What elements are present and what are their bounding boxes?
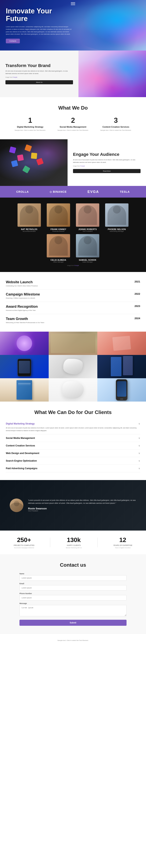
timeline-left-2: Campaign Milestone Reaching 1 Million Im… — [6, 292, 40, 299]
gallery-item-3 — [97, 332, 146, 355]
service-row-1: Digital Marketing Strategy ∨ At vero eos… — [6, 420, 140, 434]
book-line-2 — [18, 384, 30, 385]
art-piece-3 — [97, 378, 146, 402]
gallery-orb-1 — [17, 336, 32, 351]
stat-years: 12 YEARS OF EXPERTISE Years in Digital I… — [113, 536, 132, 549]
form-label-phone: Phone Number — [20, 592, 126, 594]
service-row-3: Content Creation Services ∨ — [6, 442, 140, 450]
what-we-do-section: What We Do 1 Digital Marketing Strategy … — [0, 97, 146, 139]
transform-graphic — [78, 51, 146, 97]
team-member-phoebe: PHOEBE NELSON Advertising Manager — [103, 204, 130, 232]
team-member-frank: FRANK KINNEY Financial Director — [45, 204, 72, 232]
team-section: NAT REYNOLDS Accountant/Auditor FRANK KI… — [0, 197, 146, 272]
service-row-header-5[interactable]: Search Engine Optimization ∨ — [6, 460, 140, 462]
service-desc-3: Sample text. Click to select the Text El… — [96, 129, 135, 131]
email-input[interactable] — [20, 585, 126, 591]
form-field-name: Name — [20, 573, 126, 581]
hero-section: Innovate Your Future Lorem ipsum dolor s… — [0, 0, 146, 51]
nat-photo — [18, 204, 41, 227]
service-card-3: 3 Content Creation Services Sample text.… — [96, 116, 135, 131]
cube-red — [36, 158, 44, 165]
services-expanded-title: What We Can Do for Our Clients — [6, 409, 140, 415]
service-number-1: 1 — [11, 116, 50, 125]
samuel-name: SAMUEL SCHIOK — [74, 259, 101, 261]
service-row-header-3[interactable]: Content Creation Services ∨ — [6, 444, 140, 447]
message-textarea[interactable] — [20, 605, 126, 616]
timeline-title-2: Campaign Milestone — [6, 292, 40, 297]
engage-body: At vero eos et accusam et justo duo dolo… — [73, 159, 141, 164]
samuel-face — [76, 234, 99, 257]
freepik-link[interactable]: Freepik — [13, 76, 17, 78]
gallery-item-4 — [0, 355, 49, 378]
contact-section: Contact us Name Email Phone Number Messa… — [0, 554, 146, 633]
service-number-2: 2 — [53, 116, 93, 125]
cube-pink — [17, 154, 24, 161]
timeline-year-2: 2022 — [135, 292, 140, 295]
testimonial-quote: "Lorem posuisti et accusam et justo duo … — [28, 499, 136, 505]
timeline-year-4: 2024 — [135, 317, 140, 320]
service-name-1: Digital Marketing Strategy — [11, 126, 50, 128]
samuel-role: Sales Manager — [74, 261, 101, 263]
gallery-section — [0, 332, 146, 378]
art-home-btn — [120, 399, 123, 399]
jennie-photo — [76, 204, 99, 227]
art-piece-2 — [49, 378, 97, 402]
service-row-header-4[interactable]: Web Design and Development ∨ — [6, 452, 140, 455]
chevron-down-icon-3: ∨ — [139, 444, 140, 447]
timeline-desc-4: Welcoming 10 New Talented Professionals … — [6, 322, 44, 323]
contact-form: Name Email Phone Number Message Submit — [20, 573, 126, 626]
service-row-header-1[interactable]: Digital Marketing Strategy ∨ — [6, 422, 140, 425]
freepik-link-3[interactable]: Freepik — [74, 265, 79, 266]
phoebe-photo — [105, 204, 128, 227]
hero-content: Innovate Your Future Lorem ipsum dolor s… — [0, 1, 78, 49]
jennie-face — [76, 204, 99, 227]
service-row-header-2[interactable]: Social Media Management ∨ — [6, 437, 140, 439]
hero-cta-button[interactable]: Contacts — [6, 39, 20, 43]
contact-title: Contact us — [20, 562, 126, 568]
service-row-4: Web Design and Development ∨ — [6, 450, 140, 457]
engage-cta-button[interactable]: Read More — [73, 169, 141, 173]
timeline-year-3: 2023 — [135, 305, 140, 308]
what-we-do-title: What We Do — [6, 105, 140, 111]
team-member-celia: CELIA ALMEDA Office Manager — [45, 234, 72, 263]
timeline-year-1: 2021 — [135, 280, 140, 283]
gallery-item-6 — [97, 355, 146, 378]
stat-sublabel-years: Years in Digital Innovation — [113, 547, 132, 549]
submit-button[interactable]: Submit — [20, 620, 126, 626]
team-member-nat: NAT REYNOLDS Accountant/Auditor — [16, 204, 43, 232]
chevron-down-icon-2: ∨ — [139, 437, 140, 439]
phoebe-head — [113, 206, 121, 214]
transform-left: Transform Your Brand At vero eos et accu… — [0, 51, 78, 97]
name-input[interactable] — [20, 575, 126, 581]
transform-body: At vero eos et accusam et justo duo dolo… — [5, 70, 73, 75]
jennie-role: Vice President — [74, 230, 101, 232]
gallery-item-5 — [49, 355, 97, 378]
gallery-book-2 — [123, 356, 133, 375]
brand-tesla: TESLA — [120, 190, 130, 193]
team-grid: NAT REYNOLDS Accountant/Auditor FRANK KI… — [4, 204, 142, 263]
phone-input[interactable] — [20, 595, 126, 600]
team-member-samuel: SAMUEL SCHIOK Sales Manager — [74, 234, 101, 263]
stat-label-clients: HAPPY CLIENTS — [66, 544, 81, 546]
service-row-title-1: Digital Marketing Strategy — [6, 422, 35, 425]
engage-section: Engage Your Audience At vero eos et accu… — [0, 139, 146, 186]
engage-heading: Engage Your Audience — [73, 152, 141, 157]
nat-role: Accountant/Auditor — [16, 230, 43, 232]
service-row-header-6[interactable]: Paid Advertising Campaigns ∨ — [6, 467, 140, 470]
stat-number-projects: 250+ — [14, 536, 34, 544]
art-phone-screen — [117, 381, 126, 397]
engage-content: Engage Your Audience At vero eos et accu… — [68, 139, 146, 186]
nat-name: NAT REYNOLDS — [16, 228, 43, 230]
phoebe-name: PHOEBE NELSON — [103, 228, 130, 230]
testimonial-role: Vice President — [28, 510, 136, 512]
services-expanded-section: What We Can Do for Our Clients Digital M… — [0, 402, 146, 480]
timeline-section: Website Launch Celebrating Our Client's … — [0, 272, 146, 332]
service-name-2: Social Media Management — [53, 126, 93, 128]
transform-cta-button[interactable]: About Us — [5, 80, 73, 84]
service-desc-1: Sample text. Click to select the Text El… — [11, 129, 50, 131]
testimonial-section: "Lorem posuisti et accusam et justo duo … — [0, 480, 146, 531]
cube-purple — [9, 147, 16, 154]
freepik-link-2[interactable]: Freepik — [80, 165, 85, 167]
team-member-jennie: JENNIE ROBERTS Vice President — [74, 204, 101, 232]
team-image-credit: Image from Freepik — [4, 265, 142, 266]
